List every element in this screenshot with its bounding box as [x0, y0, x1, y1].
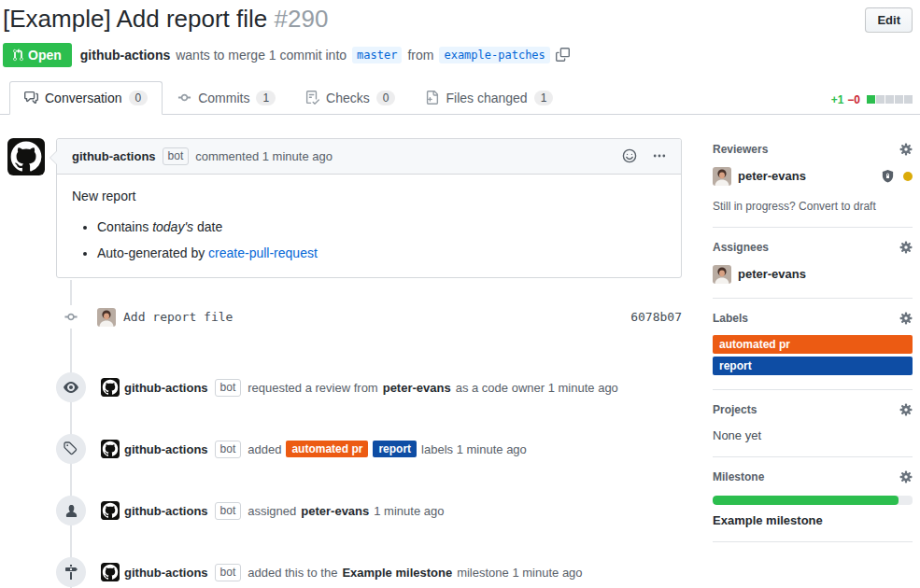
reviewers-section: Reviewers peter-evans Still in progress?… — [713, 138, 913, 228]
comment-header: github-actions bot commented 1 minute ag… — [57, 139, 681, 175]
reviewer-name[interactable]: peter-evans — [738, 169, 806, 183]
projects-empty-text: None yet — [713, 428, 913, 442]
convert-to-draft-note: Still in progress? Convert to draft — [713, 200, 913, 213]
tab-commits[interactable]: Commits 1 — [163, 81, 290, 115]
event-actor[interactable]: github-actions — [124, 504, 208, 518]
event-milestoned: github-actions bot added this to the Exa… — [7, 557, 682, 587]
assignees-section: Assignees peter-evans — [713, 228, 913, 299]
pr-tabnav: Conversation 0 Commits 1 Checks 0 Files … — [0, 81, 920, 115]
merge-sentence: github-actions wants to merge 1 commit i… — [80, 47, 570, 63]
pr-header: [Example] Add report file #290 Edit Open… — [0, 0, 920, 67]
eye-icon — [56, 372, 86, 402]
event-actor-avatar[interactable] — [101, 440, 120, 458]
event-actor-avatar[interactable] — [101, 563, 120, 581]
merge-text: wants to merge 1 commit into — [176, 48, 347, 63]
gear-icon[interactable] — [899, 312, 913, 325]
head-branch-label[interactable]: example-patches — [439, 47, 549, 63]
base-branch-label[interactable]: master — [352, 47, 402, 63]
pull-request-page: [Example] Add report file #290 Edit Open… — [0, 0, 920, 588]
label-chip-automated-pr[interactable]: automated pr — [286, 441, 368, 457]
bot-badge: bot — [215, 379, 242, 397]
gear-icon[interactable] — [899, 143, 913, 156]
event-review-requested: github-actions bot requested a review fr… — [7, 372, 682, 402]
bot-badge: bot — [215, 441, 242, 458]
comment-intro: New report — [72, 189, 666, 203]
gear-icon[interactable] — [899, 470, 913, 483]
milestone-header[interactable]: Milestone — [713, 470, 913, 483]
conversation-icon — [24, 91, 38, 105]
reviewer-row: peter-evans — [713, 167, 913, 186]
tab-conversation[interactable]: Conversation 0 — [9, 81, 163, 115]
diffstat-added: +1 — [831, 93, 844, 106]
pending-review-dot — [903, 172, 913, 181]
event-actor[interactable]: github-actions — [124, 381, 208, 395]
page-title: [Example] Add report file #290 — [3, 6, 328, 34]
emoji-reaction-icon[interactable] — [622, 148, 637, 163]
assignee-user[interactable]: peter-evans — [301, 504, 369, 518]
tag-icon — [56, 434, 86, 464]
create-pull-request-link[interactable]: create-pull-request — [208, 245, 318, 260]
status-label: Open — [28, 48, 62, 63]
tab-conversation-label: Conversation — [45, 91, 122, 105]
pr-sidebar: Reviewers peter-evans Still in progress?… — [713, 138, 913, 588]
event-actor[interactable]: github-actions — [124, 566, 208, 580]
kebab-menu-icon[interactable] — [653, 149, 666, 162]
review-target-user[interactable]: peter-evans — [383, 381, 451, 395]
file-diff-icon — [425, 91, 439, 105]
label-bars: automated pr report — [713, 335, 913, 375]
event-actor[interactable]: github-actions — [124, 442, 208, 456]
commit-row: Add report file 6078b07 — [7, 293, 682, 341]
italic-text: today's — [152, 219, 193, 234]
bot-badge: bot — [215, 502, 242, 520]
assignee-avatar[interactable] — [713, 265, 731, 284]
timeline: Add report file 6078b07 github-actions b… — [7, 293, 682, 587]
diffstat-block-added — [867, 95, 875, 104]
event-actor-avatar[interactable] — [101, 501, 120, 520]
label-automated-pr[interactable]: automated pr — [713, 335, 913, 354]
projects-section: Projects None yet — [713, 390, 913, 457]
projects-header[interactable]: Projects — [713, 403, 913, 416]
event-assigned: github-actions bot assigned peter-evans … — [7, 496, 682, 525]
commit-author-avatar[interactable] — [97, 308, 116, 327]
gear-icon[interactable] — [899, 403, 913, 416]
milestone-progress-fill — [713, 496, 899, 505]
label-report[interactable]: report — [713, 357, 913, 375]
pr-meta-row: Open github-actions wants to merge 1 com… — [3, 43, 913, 67]
commit-sha[interactable]: 6078b07 — [630, 310, 682, 324]
labels-header[interactable]: Labels — [713, 312, 913, 325]
comment-bubble: github-actions bot commented 1 minute ag… — [56, 138, 682, 279]
pr-author[interactable]: github-actions — [80, 48, 170, 63]
pr-description-comment: github-actions bot commented 1 minute ag… — [7, 138, 682, 279]
pull-request-icon — [13, 49, 23, 62]
reviewer-avatar[interactable] — [713, 167, 731, 186]
diffstat: +1 −0 — [831, 93, 913, 106]
tab-commits-count: 1 — [256, 91, 276, 105]
milestone-icon — [56, 557, 86, 587]
person-icon — [56, 496, 86, 525]
github-actions-avatar[interactable] — [7, 138, 45, 175]
assignees-header[interactable]: Assignees — [713, 241, 913, 254]
tab-checks[interactable]: Checks 0 — [290, 81, 410, 115]
assignee-row: peter-evans — [713, 265, 913, 284]
tab-conversation-count: 0 — [129, 91, 149, 105]
tab-files-count: 1 — [534, 91, 554, 105]
tab-commits-label: Commits — [198, 91, 249, 105]
convert-to-draft-link[interactable]: Convert to draft — [799, 200, 876, 213]
comment-meta: commented 1 minute ago — [195, 149, 333, 163]
pr-title-text: [Example] Add report file — [3, 5, 267, 33]
reviewers-header[interactable]: Reviewers — [713, 143, 913, 156]
commit-message[interactable]: Add report file — [97, 308, 233, 327]
milestone-link[interactable]: Example milestone — [342, 566, 452, 580]
label-chip-report[interactable]: report — [373, 441, 417, 457]
copy-branch-icon[interactable] — [556, 48, 570, 62]
comment-author[interactable]: github-actions — [72, 149, 156, 163]
tab-files-label: Files changed — [446, 91, 527, 105]
edit-button[interactable]: Edit — [865, 7, 913, 33]
milestone-progress-bar — [713, 496, 913, 505]
gear-icon[interactable] — [899, 241, 913, 254]
checklist-icon — [305, 91, 319, 105]
event-actor-avatar[interactable] — [101, 378, 120, 397]
tab-files-changed[interactable]: Files changed 1 — [410, 81, 568, 115]
milestone-name[interactable]: Example milestone — [713, 513, 913, 527]
assignee-name[interactable]: peter-evans — [738, 267, 806, 281]
